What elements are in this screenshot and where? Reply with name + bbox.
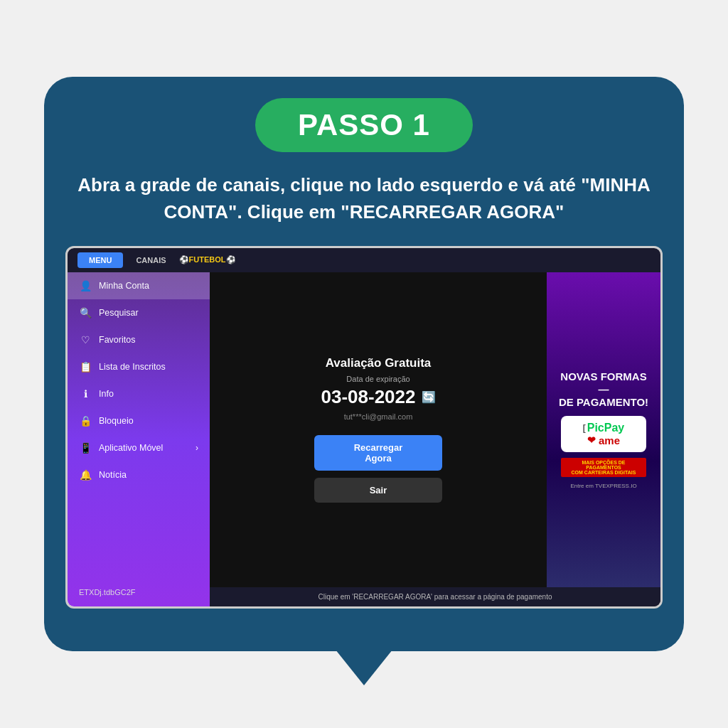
sidebar-item-app-movel[interactable]: 📱 Aplicativo Móvel › (68, 434, 210, 461)
main-panel: Avaliação Gratuita Data de expiração 03-… (210, 272, 660, 606)
sidebar: 👤 Minha Conta 🔍 Pesquisar ♡ Favoritos 📋 … (68, 272, 210, 606)
bell-icon: 🔔 (79, 469, 92, 481)
sidebar-label-favoritos: Favoritos (99, 335, 135, 345)
heart-icon: ❤ (587, 434, 596, 446)
user-icon: 👤 (79, 280, 92, 291)
heart-outline-icon: ♡ (79, 334, 92, 346)
sidebar-label-lista: Lista de Inscritos (99, 362, 166, 372)
screen-mockup: MENU CANAIS ⚽FUTEBOL⚽ 👤 Minha Conta 🔍 Pe… (65, 246, 663, 609)
step-badge: PASSO 1 (255, 98, 473, 152)
ad-subtitle: MAIS OPÇÕES DE PAGAMENTOSCOM CARTEIRAS D… (561, 458, 646, 477)
email-text: tut***cli@gmail.com (344, 412, 413, 421)
bottom-bar: Clique em 'RECARREGAR AGORA' para acessa… (210, 587, 660, 606)
sidebar-item-favoritos[interactable]: ♡ Favoritos (68, 326, 210, 353)
content-area: Avaliação Gratuita Data de expiração 03-… (210, 272, 660, 587)
list-icon: 📋 (79, 361, 92, 373)
recharge-button[interactable]: Recarregar Agora (314, 435, 442, 471)
sidebar-label-pesquisar: Pesquisar (99, 308, 139, 318)
sidebar-label-app-movel: Aplicativo Móvel (99, 443, 163, 453)
chevron-right-icon: › (196, 443, 198, 453)
info-icon: ℹ (79, 388, 92, 400)
expiry-date: 03-08-2022 🔄 (321, 386, 436, 408)
exit-button[interactable]: Sair (314, 478, 442, 503)
sidebar-item-minha-conta[interactable]: 👤 Minha Conta (68, 272, 210, 299)
sidebar-item-pesquisar[interactable]: 🔍 Pesquisar (68, 299, 210, 326)
sidebar-label-bloqueio: Bloqueio (99, 416, 134, 426)
ame-text: ❤ ame (587, 434, 620, 446)
menu-button[interactable]: MENU (77, 252, 123, 268)
sidebar-item-noticia[interactable]: 🔔 Notícia (68, 461, 210, 488)
refresh-icon[interactable]: 🔄 (422, 390, 436, 404)
expiry-label: Data de expiração (346, 375, 410, 383)
trial-title: Avaliação Gratuita (326, 356, 432, 370)
sidebar-label-noticia: Notícia (99, 470, 127, 480)
picpay-logo: [ PicPay ❤ ame (561, 416, 646, 452)
arrow-down (336, 650, 392, 685)
futebol-nav[interactable]: ⚽FUTEBOL⚽ (179, 255, 236, 264)
sidebar-label-info: Info (99, 389, 114, 399)
outer-card: PASSO 1 Abra a grade de canais, clique n… (44, 77, 684, 651)
lock-icon: 🔒 (79, 415, 92, 427)
ad-footer: Entre em TVEXPRESS.IO (570, 483, 636, 489)
mobile-icon: 📱 (79, 442, 92, 454)
sidebar-code: ETXDj.tdbGC2F (68, 578, 210, 606)
sidebar-item-info[interactable]: ℹ Info (68, 380, 210, 407)
canais-nav[interactable]: CANAIS (136, 256, 166, 264)
sidebar-item-bloqueio[interactable]: 🔒 Bloqueio (68, 407, 210, 434)
search-icon: 🔍 (79, 307, 92, 318)
ad-banner: NOVAS FORMAS —DE PAGAMENTO! [ PicPay ❤ a… (547, 272, 660, 587)
tv-nav: MENU CANAIS ⚽FUTEBOL⚽ (68, 248, 660, 272)
ad-title: NOVAS FORMAS —DE PAGAMENTO! (554, 370, 653, 409)
instruction-text: Abra a grade de canais, clique no lado e… (73, 172, 655, 225)
sidebar-item-lista[interactable]: 📋 Lista de Inscritos (68, 353, 210, 380)
center-content: Avaliação Gratuita Data de expiração 03-… (210, 272, 547, 587)
tv-body: 👤 Minha Conta 🔍 Pesquisar ♡ Favoritos 📋 … (68, 272, 660, 606)
picpay-text: [ PicPay (583, 422, 624, 434)
sidebar-label-minha-conta: Minha Conta (99, 281, 149, 291)
